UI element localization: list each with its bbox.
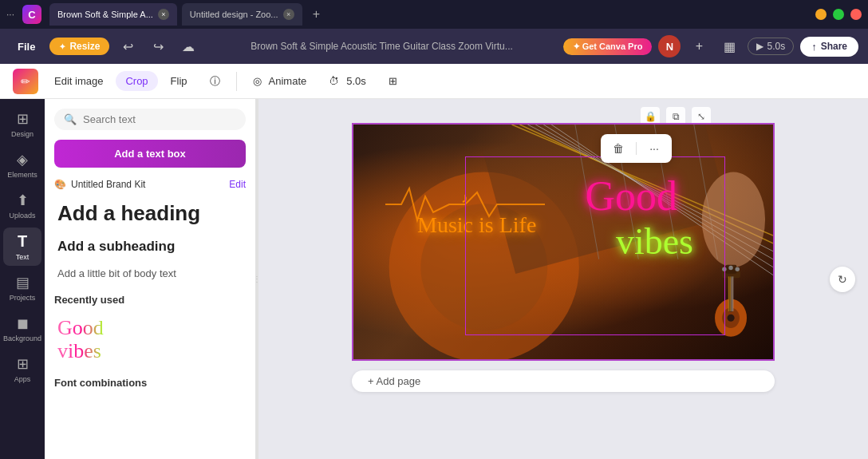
cloud-icon: ☁ [182, 39, 195, 54]
tab-2-label: Untitled design - Zoo... [190, 10, 278, 19]
sidebar-item-uploads[interactable]: ⬆ Uploads [3, 187, 41, 224]
neon-good-text[interactable]: Good [585, 172, 677, 220]
sidebar-item-background[interactable]: ◼ Background [3, 310, 41, 347]
left-panel: 🔍 Add a text box 🎨 Untitled Brand Kit Ed… [45, 99, 255, 459]
redo-icon: ↪ [153, 39, 164, 54]
more-options-button[interactable]: ··· [643, 137, 665, 160]
delete-element-button[interactable]: 🗑 [607, 137, 629, 160]
minimize-button[interactable] [815, 9, 827, 20]
sidebar-item-apps[interactable]: ⊞ Apps [3, 350, 41, 388]
grid-button[interactable]: ⊞ [379, 71, 407, 91]
subheading-sample-text: Add a subheading [57, 239, 175, 254]
undo-icon: ↩ [123, 39, 133, 54]
apps-icon: ⊞ [17, 355, 29, 373]
sidebar-item-projects[interactable]: ▤ Projects [3, 269, 41, 307]
rotate-button[interactable]: ↻ [830, 267, 855, 292]
animate-button[interactable]: ◎ Animate [243, 71, 317, 91]
pencil-icon: ✏ [21, 75, 30, 88]
add-subheading-option[interactable]: Add a subheading [54, 235, 246, 258]
add-body-option[interactable]: Add a little bit of body text [54, 264, 246, 283]
duration-button[interactable]: ⏱ 5.0s [319, 71, 376, 91]
sidebar-elements-label: Elements [7, 171, 37, 179]
left-sidebar: ⊞ Design ◈ Elements ⬆ Uploads T Text ▤ P… [0, 99, 45, 459]
crop-button[interactable]: Crop [116, 71, 157, 91]
info-icon: ⓘ [210, 74, 220, 89]
document-title: Brown Soft & Simple Acoustic Time Guitar… [207, 41, 556, 52]
canva-logo: C [22, 5, 41, 24]
edit-image-label: Edit image [54, 75, 103, 87]
background-icon: ◼ [17, 315, 29, 332]
tab-1-close[interactable]: × [158, 9, 169, 20]
font-combinations-title: Font combinations [54, 377, 246, 389]
tab-2[interactable]: Untitled design - Zoo... × [182, 3, 302, 26]
sidebar-text-label: Text [16, 253, 30, 261]
main-layout: ⊞ Design ◈ Elements ⬆ Uploads T Text ▤ P… [0, 99, 868, 459]
canvas-frame[interactable]: Good vibes Music is Life ♪ [352, 123, 775, 361]
rotate-icon: ↻ [838, 273, 847, 286]
brand-kit-icon: 🎨 [54, 179, 66, 190]
svg-text:♪: ♪ [461, 190, 468, 206]
app-menu[interactable]: ··· [6, 9, 14, 20]
duration-label: 5.0s [767, 41, 785, 52]
tab-1-label: Brown Soft & Simple A... [57, 10, 153, 19]
edit-image-button[interactable]: Edit image [45, 71, 112, 91]
guitar-icon [705, 263, 757, 343]
svg-point-17 [728, 315, 735, 322]
add-collaborator-button[interactable]: + [687, 34, 711, 58]
tab-2-close[interactable]: × [283, 9, 294, 20]
recently-used-item[interactable]: Goodvibes [54, 314, 107, 366]
close-button[interactable] [850, 9, 862, 20]
svg-point-23 [736, 267, 740, 271]
edit-image-icon: ✏ [13, 69, 38, 94]
search-box: 🔍 [54, 109, 246, 130]
animate-icon: ◎ [253, 75, 262, 87]
brand-kit-row: 🎨 Untitled Brand Kit Edit [54, 179, 246, 190]
app-dots[interactable]: ··· [6, 9, 14, 20]
chart-button[interactable]: ▦ [717, 34, 741, 58]
add-heading-option[interactable]: Add a heading [54, 198, 246, 229]
svg-line-12 [694, 125, 718, 259]
file-menu[interactable]: File [10, 38, 43, 56]
sidebar-item-text[interactable]: T Text [3, 228, 41, 266]
resize-button[interactable]: ✦ Resize [49, 38, 109, 55]
body-sample-text: Add a little bit of body text [57, 267, 176, 279]
sidebar-item-elements[interactable]: ◈ Elements [3, 146, 41, 184]
add-tab-button[interactable]: + [307, 5, 326, 24]
title-bar: ··· C Brown Soft & Simple A... × Untitle… [0, 0, 868, 29]
sidebar-projects-label: Projects [10, 294, 36, 302]
search-input[interactable] [83, 113, 236, 125]
cloud-save-button[interactable]: ☁ [176, 34, 200, 58]
brand-kit-name: Untitled Brand Kit [71, 179, 145, 190]
play-button[interactable]: ▶ 5.0s [748, 38, 794, 55]
user-avatar[interactable]: N [658, 35, 681, 57]
undo-button[interactable]: ↩ [116, 34, 140, 58]
float-toolbar-divider [636, 142, 637, 155]
window-controls [815, 9, 862, 20]
canva-pro-button[interactable]: ✦ Get Canva Pro [563, 38, 653, 55]
secondary-toolbar: ✏ Edit image Crop Flip ⓘ ◎ Animate ⏱ 5.0… [0, 64, 868, 99]
share-label: Share [821, 41, 847, 52]
maximize-button[interactable] [833, 9, 844, 20]
info-button[interactable]: ⓘ [200, 70, 230, 93]
resize-label: Resize [69, 41, 100, 52]
add-text-button[interactable]: Add a text box [54, 140, 246, 168]
tab-1[interactable]: Brown Soft & Simple A... × [49, 3, 177, 26]
crop-label: Crop [125, 75, 148, 87]
edit-brand-kit-link[interactable]: Edit [229, 179, 246, 190]
svg-rect-18 [728, 275, 732, 312]
main-toolbar: File ✦ Resize ↩ ↪ ☁ Brown Soft & Simple … [0, 29, 868, 64]
flip-button[interactable]: Flip [161, 71, 197, 91]
sidebar-item-design[interactable]: ⊞ Design [3, 105, 41, 143]
add-page-label: + Add page [368, 375, 420, 387]
neon-vibes-text[interactable]: vibes [616, 220, 693, 263]
design-icon: ⊞ [17, 110, 29, 128]
redo-button[interactable]: ↪ [146, 34, 170, 58]
canvas-area: 🔒 ⧉ ⤡ [258, 99, 868, 459]
add-page-button[interactable]: + Add page [352, 370, 775, 392]
heading-sample-text: Add a heading [57, 201, 200, 225]
search-icon: 🔍 [64, 113, 77, 125]
svg-point-22 [728, 266, 732, 270]
canvas-side-controls: ↻ [830, 267, 855, 292]
share-button[interactable]: ↑ Share [800, 37, 858, 57]
recently-used-title: Recently used [54, 294, 246, 306]
